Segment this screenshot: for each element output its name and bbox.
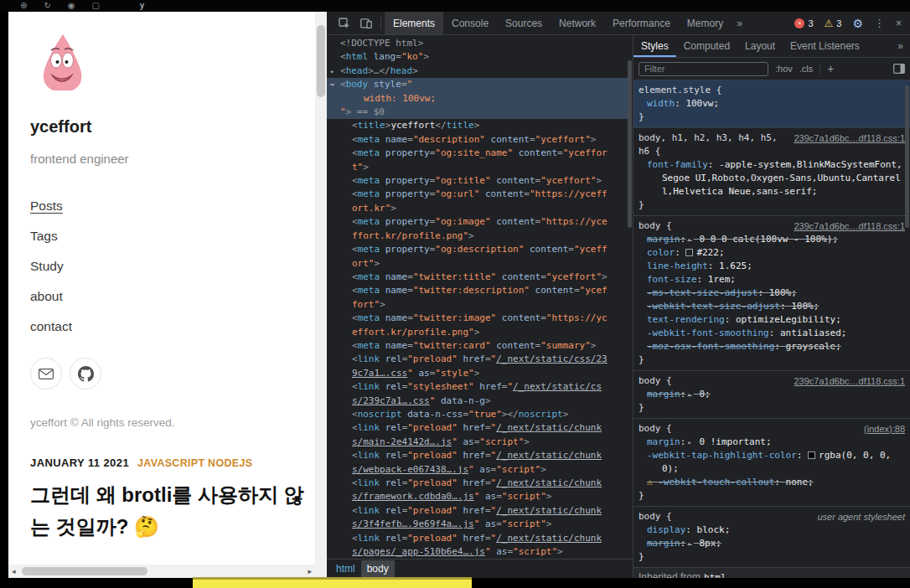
devtools-tab-network[interactable]: Network: [551, 12, 604, 34]
plus-circle-icon[interactable]: ⊕: [20, 0, 27, 12]
nav-item-tags[interactable]: Tags: [30, 221, 58, 251]
dom-tree-line[interactable]: ort">: [327, 257, 628, 271]
inspect-icon[interactable]: [333, 18, 355, 29]
dom-tree-line[interactable]: s/239c7a1….css" data-n-g>: [327, 395, 628, 408]
rule-selector[interactable]: element.style {: [639, 84, 905, 97]
dom-tree-line[interactable]: ort.kr">: [327, 202, 628, 215]
class-toggle[interactable]: .cls: [799, 64, 814, 74]
scroll-left-arrow-icon[interactable]: ◂: [12, 567, 16, 575]
css-property[interactable]: ⚠ -webkit-touch-callout: none;: [633, 476, 910, 489]
rule-source-link[interactable]: 239c7a1d6bc…df118.css:1: [794, 132, 906, 145]
css-property[interactable]: display: block;: [633, 524, 910, 537]
dom-tree-line[interactable]: <meta name="twitter:image" content="http…: [327, 312, 628, 325]
device-toolbar-icon[interactable]: [355, 18, 377, 28]
error-badge[interactable]: × 3: [794, 18, 813, 28]
dom-tree-line[interactable]: ffort.kr/profile.png">: [327, 230, 628, 243]
dom-tree-line[interactable]: ▸<head>…</head>: [327, 64, 628, 78]
devtools-tab-performance[interactable]: Performance: [604, 12, 679, 34]
color-swatch[interactable]: [685, 249, 693, 256]
sidebar-tab-styles[interactable]: Styles: [633, 35, 676, 57]
breadcrumb-body[interactable]: body: [361, 560, 395, 577]
profile-icon[interactable]: ◉: [68, 0, 75, 12]
dom-tree-line[interactable]: <link rel="preload" href="/_next/static/…: [327, 421, 628, 435]
breadcrumb-html[interactable]: html: [330, 560, 361, 577]
window-icon[interactable]: ▢: [92, 0, 100, 12]
css-property[interactable]: margin:▸ 0;: [633, 388, 910, 401]
rule-selector[interactable]: body, h1, h2, h3, h4, h5, h6 {: [639, 132, 788, 158]
dom-tree-line[interactable]: fort">: [327, 298, 628, 312]
dom-tree-line[interactable]: s/main-2e4142d….js" as="script">: [327, 436, 628, 449]
scrollbar-thumb[interactable]: [317, 25, 325, 97]
site-title[interactable]: yceffort: [30, 117, 307, 137]
css-property[interactable]: color: #222;: [633, 246, 910, 260]
dom-tree-line[interactable]: "> == $0: [327, 106, 628, 119]
dom-tree-line[interactable]: <link rel="preload" href="/_next/static/…: [327, 477, 628, 490]
rule-source-link[interactable]: 239c7a1d6bc…df118.css:1: [794, 219, 906, 233]
devtools-tab-console[interactable]: Console: [443, 12, 497, 34]
css-property[interactable]: line-height: 1.625;: [633, 260, 910, 273]
styles-scrollbar[interactable]: [905, 85, 909, 228]
dom-tree-line[interactable]: t">: [327, 161, 628, 174]
devtools-tab-elements[interactable]: Elements: [385, 12, 443, 34]
rule-selector[interactable]: body {: [639, 422, 857, 436]
dom-tree-line[interactable]: <meta name="description" content="yceffo…: [327, 133, 628, 147]
dom-tree-line[interactable]: <link rel="preload" href="/_next/static/…: [327, 449, 628, 462]
dom-tree-line[interactable]: <link rel="preload" href="/_next/static/…: [327, 504, 628, 518]
dom-tree-line[interactable]: <!DOCTYPE html>: [327, 37, 628, 50]
devtools-tab-sources[interactable]: Sources: [497, 12, 551, 34]
dom-tree-line[interactable]: <html lang="ko">: [327, 50, 628, 64]
css-property[interactable]: font-family: -apple-system,BlinkMacSyste…: [633, 158, 910, 199]
dom-tree-line[interactable]: ⋯▾<body style=": [327, 78, 628, 91]
dom-tree-line[interactable]: <title>yceffort</title>: [327, 119, 628, 132]
rule-selector[interactable]: body {: [639, 374, 788, 388]
dom-tree-line[interactable]: <meta property="og:image" content="https…: [327, 215, 628, 229]
sidebar-tab-computed[interactable]: Computed: [676, 35, 737, 57]
css-property[interactable]: -webkit-tap-highlight-color: rgba(0, 0, …: [633, 449, 910, 476]
pseudo-state-toggle[interactable]: :hov: [775, 64, 793, 74]
dom-tree-line[interactable]: <link rel="preload" href="/_next/static/…: [327, 353, 628, 366]
dom-tree-line[interactable]: s/framework.cdbda0….js" as="script">: [327, 490, 628, 503]
refresh-icon[interactable]: ↻: [44, 0, 50, 12]
css-property[interactable]: -ms-text-size-adjust: 100%;: [633, 286, 910, 300]
css-property[interactable]: -webkit-font-smoothing: antialiased;: [633, 327, 910, 340]
avatar[interactable]: [30, 34, 94, 94]
dom-tree-line[interactable]: width: 100vw;: [327, 92, 628, 106]
elements-scrollbar[interactable]: [628, 60, 632, 228]
browser-tab-title[interactable]: y: [140, 0, 144, 12]
dom-tree-line[interactable]: s/3f4fefb….9e69f4a….js" as="script">: [327, 518, 628, 531]
collapse-arrow-icon[interactable]: ▾: [330, 78, 334, 91]
css-property[interactable]: -moz-osx-font-smoothing: grayscale;: [633, 340, 910, 353]
dom-tree-line[interactable]: <noscript data-n-css="true"></noscript>: [327, 408, 628, 421]
dom-tree-line[interactable]: effort.kr/profile.png">: [327, 326, 628, 339]
rule-source-link[interactable]: (index):88: [864, 422, 905, 436]
devtools-close-icon[interactable]: ×: [896, 18, 902, 29]
sidebar-toggle-icon[interactable]: [893, 64, 905, 74]
sidebar-tab-layout[interactable]: Layout: [737, 35, 783, 57]
dom-tree-line[interactable]: s/webpack-e067438….js" as="script">: [327, 463, 628, 477]
dom-tree-line[interactable]: <meta name="twitter:card" content="summa…: [327, 339, 628, 353]
devtools-tab-memory[interactable]: Memory: [679, 12, 732, 34]
more-tabs-icon[interactable]: »: [732, 18, 747, 29]
css-property[interactable]: font-size: 1rem;: [633, 273, 910, 286]
color-swatch[interactable]: [808, 451, 815, 459]
email-button[interactable]: [30, 358, 62, 389]
dom-tree-line[interactable]: <link rel="preload" href="/_next/static/…: [327, 532, 628, 545]
dom-tree-line[interactable]: <meta name="twitter:title" content="ycef…: [327, 271, 628, 284]
post-title[interactable]: 그런데 왜 brotli를 사용하지 않는 것일까? 🤔: [30, 479, 307, 543]
rule-source-link[interactable]: 239c7a1d6bc…df118.css:1: [794, 374, 906, 388]
kebab-menu-icon[interactable]: ⋮: [874, 17, 885, 29]
dom-tree-line[interactable]: 9c7a1….css" as="style">: [327, 367, 628, 380]
settings-gear-icon[interactable]: ⚙: [852, 17, 863, 30]
dom-tree-line[interactable]: <meta property="og:description" content=…: [327, 243, 628, 256]
post-tags[interactable]: JAVASCRIPT NODEJS: [137, 457, 252, 469]
dom-tree-line[interactable]: <meta property="og:title" content="yceff…: [327, 174, 628, 188]
new-style-rule-button[interactable]: +: [827, 62, 834, 75]
github-button[interactable]: [70, 358, 101, 389]
rule-selector[interactable]: body {: [639, 219, 788, 233]
css-property[interactable]: margin:▸ 0 !important;: [633, 436, 910, 449]
page-horizontal-scrollbar[interactable]: ◂ ▸: [8, 565, 315, 578]
more-sidebar-tabs-icon[interactable]: »: [891, 40, 910, 52]
nav-item-about[interactable]: about: [30, 281, 63, 312]
scroll-right-arrow-icon[interactable]: ▸: [308, 567, 312, 575]
page-vertical-scrollbar[interactable]: [315, 12, 327, 565]
